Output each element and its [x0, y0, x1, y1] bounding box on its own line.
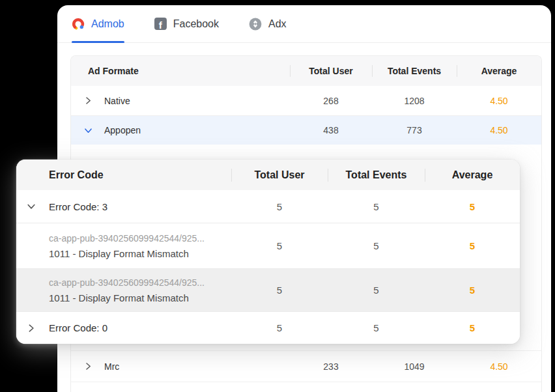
- error-row-group-0[interactable]: Error Code: 0 5 5 5: [16, 311, 520, 344]
- chevron-right-icon[interactable]: [84, 362, 92, 371]
- row-average: 5: [425, 190, 520, 223]
- row-total-events: 5: [328, 223, 425, 268]
- col-average: Average: [425, 160, 520, 190]
- ad-unit-id: ca-app-pub-3940256099942544/925...: [49, 277, 205, 288]
- row-total-user: 233: [290, 351, 372, 382]
- admob-logo-icon: [72, 18, 85, 31]
- row-total-user: 5: [231, 312, 328, 344]
- error-group-label: Error Code: 0: [49, 322, 107, 333]
- col-average: Average: [457, 56, 541, 86]
- row-total-events: 5: [328, 312, 425, 344]
- row-total-user: 268: [290, 86, 372, 115]
- error-row-group-3[interactable]: Error Code: 3 5 5 5: [16, 190, 520, 223]
- tab-admob[interactable]: Admob: [72, 5, 124, 42]
- chevron-down-icon[interactable]: [27, 202, 36, 211]
- error-row-detail-1[interactable]: ca-app-pub-3940256099942544/925... 1011 …: [16, 223, 520, 268]
- row-average: 5: [425, 223, 520, 268]
- error-group-label: Error Code: 3: [49, 201, 107, 212]
- row-total-events: 1049: [372, 351, 457, 382]
- error-panel-header: Error Code Total User Total Events Avera…: [16, 160, 520, 190]
- row-total-events: 773: [372, 116, 457, 145]
- chevron-right-icon[interactable]: [84, 96, 92, 105]
- chevron-right-icon[interactable]: [27, 324, 36, 333]
- col-error-code: Error Code: [16, 160, 231, 190]
- tab-facebook-label: Facebook: [173, 18, 219, 30]
- row-total-events: 1208: [372, 86, 457, 115]
- tab-adx[interactable]: Adx: [249, 5, 287, 42]
- col-ad-formate: Ad Formate: [71, 56, 290, 86]
- adx-logo-icon: [249, 18, 262, 31]
- col-total-user: Total User: [290, 56, 372, 86]
- facebook-logo-icon: f: [154, 18, 167, 30]
- row-label: Mrc: [104, 361, 119, 372]
- error-description: 1011 - Display Format Mismatch: [49, 292, 205, 303]
- tab-adx-label: Adx: [268, 18, 287, 30]
- error-code-panel: Error Code Total User Total Events Avera…: [16, 160, 520, 344]
- row-average: 4.50: [457, 116, 541, 145]
- row-average: 5: [425, 269, 520, 311]
- row-average: 5: [425, 312, 520, 344]
- chevron-down-icon[interactable]: [84, 126, 92, 135]
- error-description: 1011 - Display Format Mismatch: [49, 248, 205, 259]
- row-total-events: 5: [328, 269, 425, 311]
- network-tab-bar: Admob f Facebook Adx: [57, 5, 551, 43]
- row-total-user: 5: [231, 223, 328, 268]
- error-row-detail-2[interactable]: ca-app-pub-3940256099942544/925... 1011 …: [16, 268, 520, 311]
- row-total-user: 438: [290, 116, 372, 145]
- row-label: Appopen: [104, 125, 141, 135]
- col-total-events: Total Events: [328, 160, 425, 190]
- col-total-events: Total Events: [372, 56, 457, 86]
- table-row-appopen[interactable]: Appopen 438 773 4.50: [71, 115, 541, 145]
- tab-facebook[interactable]: f Facebook: [154, 5, 219, 42]
- ad-format-table-header: Ad Formate Total User Total Events Avera…: [71, 56, 541, 86]
- row-average: 4.50: [457, 86, 541, 115]
- tab-admob-label: Admob: [91, 18, 124, 30]
- row-total-events: 5: [328, 190, 425, 223]
- ad-unit-id: ca-app-pub-3940256099942544/925...: [49, 233, 205, 244]
- col-total-user: Total User: [231, 160, 328, 190]
- row-label: Native: [104, 96, 130, 106]
- row-average: 4.50: [457, 351, 541, 382]
- row-total-user: 5: [231, 190, 328, 223]
- table-row-native[interactable]: Native 268 1208 4.50: [71, 86, 541, 115]
- table-row-partial: [71, 382, 541, 392]
- table-row-mrc[interactable]: Mrc 233 1049 4.50: [71, 350, 541, 382]
- row-total-user: 5: [231, 269, 328, 311]
